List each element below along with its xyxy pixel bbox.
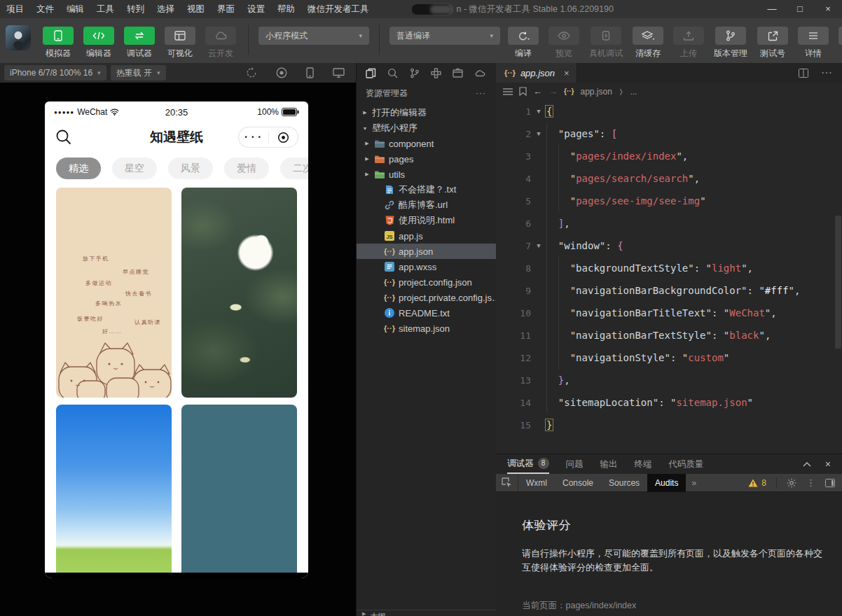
devtools-tab-Sources[interactable]: Sources (601, 474, 647, 492)
dock-side-icon[interactable] (825, 479, 835, 487)
panel-tab-代码质量[interactable]: 代码质量 (669, 454, 704, 474)
tree-item-app.wxss[interactable]: app.wxss (357, 259, 496, 274)
fold-chevron-icon[interactable]: ▼ (531, 130, 546, 137)
code-area[interactable]: 1▼{2▼"pages": [3"pages/index/index",4"pa… (496, 100, 842, 436)
toolbar-button-消息[interactable]: 消息 (838, 27, 842, 59)
capsule-close-button[interactable] (269, 127, 298, 147)
close-tab-icon[interactable]: × (564, 68, 570, 78)
toolbar-button-清缓存[interactable]: 清缓存 (633, 27, 663, 59)
outline-section[interactable]: ▶ 大纲 (357, 610, 496, 616)
rotate-icon[interactable] (246, 67, 257, 78)
more-actions-icon[interactable]: ··· (821, 66, 832, 79)
close-button[interactable]: × (814, 0, 842, 18)
more-tabs-icon[interactable]: » (686, 478, 702, 488)
close-panel-icon[interactable]: × (825, 458, 831, 470)
editor-scrollbar[interactable] (835, 216, 841, 349)
toolbar-button-编辑器[interactable]: 编辑器 (83, 27, 114, 59)
search-icon[interactable] (382, 68, 403, 78)
hot-reload-toggle[interactable]: 热重载 开 ▾ (111, 65, 166, 80)
menu-项目[interactable]: 项目 (0, 4, 30, 14)
menu-微信开发者工具[interactable]: 微信开发者工具 (301, 4, 375, 14)
devtools-tab-Audits[interactable]: Audits (647, 474, 686, 492)
tree-item-sitemap.json[interactable]: {··}sitemap.json (357, 321, 496, 336)
phone-tab-精选[interactable]: 精选 (56, 158, 101, 179)
kebab-menu-icon[interactable]: ⋮ (806, 477, 815, 488)
devtools-tab-Console[interactable]: Console (555, 474, 601, 492)
toolbar-button-上传[interactable]: 上传 (673, 27, 704, 59)
gear-icon[interactable] (787, 478, 796, 488)
panel-tab-输出[interactable]: 输出 (600, 454, 618, 474)
tree-item-app.js[interactable]: JSapp.js (357, 228, 496, 244)
tree-item-project.config.json[interactable]: {··}project.config.json (357, 274, 496, 290)
toolbar-button-详情[interactable]: 详情 (798, 27, 829, 59)
mode-dropdown[interactable]: 小程序模式 ▾ (258, 27, 369, 45)
breadcrumb-file[interactable]: app.json (580, 87, 612, 97)
toolbar-button-云开发[interactable]: 云开发 (205, 27, 236, 59)
warning-count[interactable]: 8 (748, 478, 766, 488)
menu-设置[interactable]: 设置 (241, 4, 271, 14)
toolbar-button-版本管理[interactable]: 版本管理 (714, 27, 747, 59)
back-icon[interactable]: ← (533, 86, 542, 97)
panel-tab-问题[interactable]: 问题 (566, 454, 584, 474)
tab-app-json[interactable]: {··} app.json × (496, 63, 577, 83)
fold-chevron-icon[interactable]: ▼ (531, 108, 546, 115)
menu-界面[interactable]: 界面 (211, 4, 241, 14)
forward-icon[interactable]: → (548, 86, 558, 97)
tree-section-open-editors[interactable]: ▶打开的编辑器 (357, 105, 496, 120)
tree-item-pages[interactable]: ▶pages (357, 151, 496, 167)
toolbar-button-模拟器[interactable]: 模拟器 (43, 27, 74, 59)
tree-item-utils[interactable]: ▶utils (357, 167, 496, 182)
tree-item-README.txt[interactable]: README.txt (357, 305, 496, 321)
files-icon[interactable] (360, 68, 382, 78)
devtools-tab-Wxml[interactable]: Wxml (518, 474, 555, 492)
menu-视图[interactable]: 视图 (181, 4, 211, 14)
collapse-icon[interactable] (803, 462, 811, 467)
phone-tab-爱情[interactable]: 爱情 (224, 158, 269, 179)
toolbar-button-测试号[interactable]: 测试号 (757, 27, 788, 59)
toolbar-button-调试器[interactable]: 调试器 (124, 27, 155, 59)
tree-item-不会搭建？.txt[interactable]: 不会搭建？.txt (357, 182, 496, 197)
tree-item-app.json[interactable]: {··}app.json (357, 244, 496, 259)
tree-item-project.private.config.js…[interactable]: {··}project.private.config.js… (357, 290, 496, 305)
user-avatar[interactable] (6, 25, 31, 50)
package-icon[interactable] (447, 68, 469, 78)
toolbar-button-真机调试[interactable]: 真机调试 (589, 27, 623, 59)
wallpaper-card-flower[interactable] (181, 188, 297, 398)
tree-section-project[interactable]: ▼壁纸小程序 (357, 120, 496, 136)
panel-tab-调试器[interactable]: 调试器8 (507, 454, 549, 474)
menu-选择[interactable]: 选择 (151, 4, 181, 14)
capsule-more-button[interactable]: • • • (239, 127, 268, 147)
toolbar-button-可视化[interactable]: 可视化 (165, 27, 195, 59)
phone-tab-二次[interactable]: 二次 (280, 158, 308, 179)
phone-tab-星空[interactable]: 星空 (112, 158, 157, 179)
maximize-button[interactable]: □ (786, 0, 814, 18)
wallpaper-card-poem[interactable]: 放下手机早点睡觉多做运动快去看书多喝热水饭要吃好认真听课好…… (56, 188, 172, 398)
tree-item-使用说明.html[interactable]: 使用说明.html (357, 213, 496, 228)
record-icon[interactable] (276, 67, 287, 78)
inspect-element-icon[interactable] (496, 474, 518, 492)
npm-icon[interactable] (469, 69, 490, 77)
tree-item-酷库博客.url[interactable]: 酷库博客.url (357, 197, 496, 213)
fold-chevron-icon[interactable]: ▼ (531, 242, 546, 249)
device-icon[interactable] (306, 67, 314, 78)
more-actions-icon[interactable]: ··· (476, 88, 486, 98)
minimize-button[interactable]: — (758, 0, 786, 18)
phone-tab-风景[interactable]: 风景 (168, 158, 213, 179)
toolbar-button-编译[interactable]: 编译 (508, 27, 539, 59)
compile-dropdown[interactable]: 普通编译 ▾ (389, 27, 500, 45)
bookmark-icon[interactable] (519, 87, 527, 96)
menu-文件[interactable]: 文件 (30, 4, 60, 14)
breadcrumb-more[interactable]: ... (630, 87, 637, 97)
menu-工具[interactable]: 工具 (90, 4, 120, 14)
device-selector[interactable]: iPhone 6/7/8 100% 16 ▾ (4, 65, 106, 80)
wallpaper-card-sky[interactable] (56, 405, 172, 573)
toolbar-button-预览[interactable]: 预览 (548, 27, 579, 59)
panel-tab-终端[interactable]: 终端 (635, 454, 652, 474)
menu-icon[interactable] (503, 88, 513, 95)
menu-帮助[interactable]: 帮助 (271, 4, 301, 14)
split-editor-icon[interactable] (799, 69, 808, 78)
extensions-icon[interactable] (425, 68, 447, 78)
wallpaper-card-teal[interactable] (181, 405, 297, 573)
source-control-icon[interactable] (403, 68, 425, 78)
menu-转到[interactable]: 转到 (120, 4, 151, 14)
